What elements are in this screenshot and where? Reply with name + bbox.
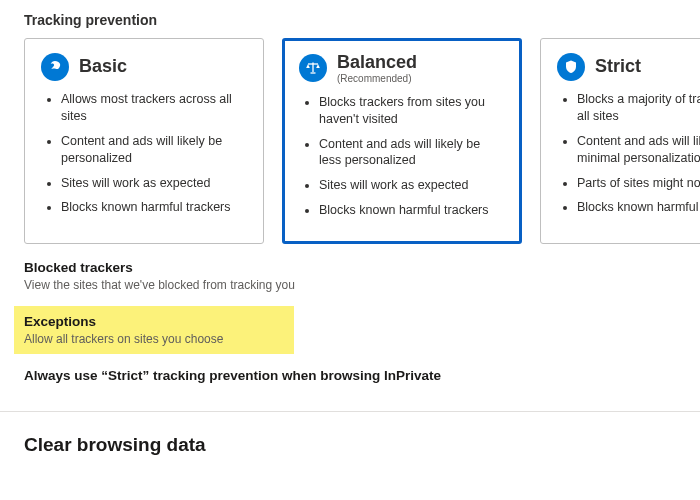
option-balanced-sublabel: (Recommended): [337, 73, 417, 84]
option-balanced-bullet: Blocks trackers from sites you haven't v…: [319, 94, 505, 128]
option-strict-bullet: Content and ads will likely have minimal…: [577, 133, 700, 167]
tracking-prevention-title: Tracking prevention: [24, 12, 676, 28]
option-basic[interactable]: Basic Allows most trackers across all si…: [24, 38, 264, 244]
option-strict-bullet: Blocks a majority of trackers from all s…: [577, 91, 700, 125]
basic-icon: [41, 53, 69, 81]
strict-icon: [557, 53, 585, 81]
blocked-trackers-link[interactable]: Blocked trackers View the sites that we'…: [24, 260, 676, 292]
option-basic-bullet: Allows most trackers across all sites: [61, 91, 247, 125]
option-basic-bullet: Blocks known harmful trackers: [61, 199, 247, 216]
exceptions-title: Exceptions: [24, 314, 284, 329]
option-strict-bullet: Blocks known harmful trackers: [577, 199, 700, 216]
exceptions-link[interactable]: Exceptions Allow all trackers on sites y…: [14, 306, 294, 354]
option-strict-bullet: Parts of sites might not work: [577, 175, 700, 192]
option-balanced-bullet: Content and ads will likely be less pers…: [319, 136, 505, 170]
option-balanced-label: Balanced: [337, 53, 417, 73]
strict-inprivate-toggle[interactable]: Always use “Strict” tracking prevention …: [24, 368, 676, 383]
option-balanced-bullet: Blocks known harmful trackers: [319, 202, 505, 219]
balanced-icon: [299, 54, 327, 82]
option-basic-label: Basic: [79, 57, 127, 77]
tracking-prevention-options: Basic Allows most trackers across all si…: [24, 38, 676, 244]
exceptions-sub: Allow all trackers on sites you choose: [24, 332, 284, 346]
option-basic-bullet: Sites will work as expected: [61, 175, 247, 192]
option-basic-bullet: Content and ads will likely be personali…: [61, 133, 247, 167]
clear-browsing-data-heading: Clear browsing data: [24, 434, 676, 456]
section-divider: [0, 411, 700, 412]
option-strict-label: Strict: [595, 57, 641, 77]
blocked-trackers-title: Blocked trackers: [24, 260, 676, 275]
option-balanced-bullet: Sites will work as expected: [319, 177, 505, 194]
option-strict[interactable]: Strict Blocks a majority of trackers fro…: [540, 38, 700, 244]
strict-inprivate-label: Always use “Strict” tracking prevention …: [24, 368, 676, 383]
option-balanced[interactable]: Balanced (Recommended) Blocks trackers f…: [282, 38, 522, 244]
blocked-trackers-sub: View the sites that we've blocked from t…: [24, 278, 676, 292]
